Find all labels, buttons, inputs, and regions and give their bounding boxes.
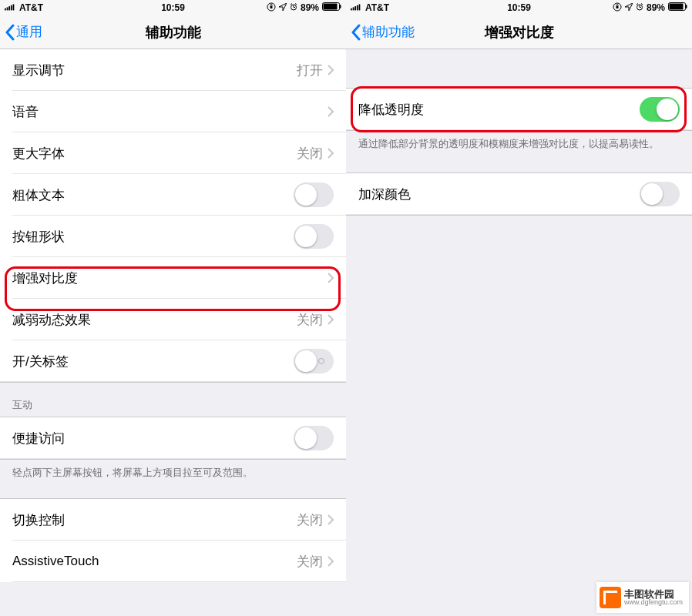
watermark-logo-icon (600, 587, 621, 608)
svg-rect-14 (340, 5, 341, 8)
svg-rect-15 (351, 8, 352, 11)
row-darken-colors[interactable]: 加深颜色 (346, 173, 692, 215)
nav-bar: 通用 辅助功能 (0, 15, 346, 49)
row-label: 语音 (12, 103, 328, 121)
watermark: 丰图软件园 www.dgfengtu.com (596, 582, 689, 613)
row-value: 关闭 (297, 553, 323, 571)
row-assistive-touch[interactable]: AssistiveTouch 关闭 (0, 541, 346, 582)
chevron-left-icon (351, 24, 361, 41)
row-switch-control[interactable]: 切换控制 关闭 (0, 499, 346, 541)
watermark-url: www.dgfengtu.com (624, 599, 683, 606)
svg-rect-17 (354, 6, 356, 10)
row-value: 关闭 (297, 311, 323, 329)
row-label: 更大字体 (12, 145, 297, 162)
back-label: 辅助功能 (362, 23, 415, 41)
toggle-reachability[interactable] (294, 426, 334, 450)
list-reduce-transparency: 降低透明度 (346, 88, 692, 131)
row-label: AssistiveTouch (12, 554, 297, 569)
section-header-interaction: 互动 (0, 383, 346, 417)
battery-percent: 89% (301, 2, 319, 13)
svg-rect-6 (270, 5, 272, 8)
chevron-left-icon (5, 24, 15, 41)
svg-rect-28 (670, 4, 684, 10)
battery-percent: 89% (647, 2, 665, 13)
row-button-shapes[interactable]: 按钮形状 (0, 216, 346, 257)
back-label: 通用 (16, 23, 42, 41)
nav-bar: 辅助功能 增强对比度 (346, 15, 692, 49)
row-voice[interactable]: 语音 (0, 91, 346, 132)
row-label: 降低透明度 (358, 101, 640, 119)
row-label: 减弱动态效果 (12, 311, 297, 329)
chevron-right-icon (328, 273, 334, 283)
list-section-2: 便捷访问 (0, 417, 346, 460)
svg-rect-1 (7, 7, 8, 10)
row-label: 便捷访问 (12, 430, 294, 447)
row-increase-contrast[interactable]: 增强对比度 (0, 257, 346, 299)
svg-rect-3 (11, 5, 12, 11)
row-label: 加深颜色 (358, 186, 640, 203)
row-onoff-labels[interactable]: 开/关标签 (0, 340, 346, 382)
back-button[interactable]: 辅助功能 (346, 23, 415, 41)
row-bold-text[interactable]: 粗体文本 (0, 174, 346, 216)
row-value: 关闭 (297, 511, 323, 529)
carrier-label: AT&T (19, 2, 43, 13)
row-label: 显示调节 (12, 62, 297, 79)
back-button[interactable]: 通用 (0, 23, 42, 41)
svg-rect-16 (353, 7, 354, 10)
chevron-right-icon (328, 556, 334, 567)
chevron-right-icon (328, 65, 334, 75)
toggle-button-shapes[interactable] (294, 224, 334, 249)
row-reduce-transparency[interactable]: 降低透明度 (346, 89, 692, 130)
row-value: 打开 (297, 62, 323, 79)
nav-title: 辅助功能 (0, 23, 346, 42)
list-section-3: 切换控制 关闭 AssistiveTouch 关闭 (0, 498, 346, 582)
phone-right: AT&T 10:59 89% 辅助功能 增强对比度 降低透明度 (346, 0, 692, 616)
toggle-onoff-labels[interactable] (294, 349, 334, 373)
footnote-reduce-transparency: 通过降低部分背景的透明度和模糊度来增强对比度，以提高易读性。 (346, 131, 692, 151)
carrier-label: AT&T (365, 2, 389, 13)
location-icon (625, 2, 633, 13)
lock-rotation-icon (267, 2, 276, 14)
toggle-darken-colors[interactable] (640, 182, 680, 206)
list-darken-colors: 加深颜色 (346, 172, 692, 216)
battery-icon (668, 2, 687, 13)
row-label: 粗体文本 (12, 186, 294, 204)
status-bar: AT&T 10:59 89% (346, 0, 692, 15)
row-reachability[interactable]: 便捷访问 (0, 417, 346, 459)
svg-rect-21 (616, 5, 618, 8)
location-icon (279, 2, 287, 13)
svg-line-26 (641, 4, 643, 5)
row-display[interactable]: 显示调节 打开 (0, 49, 346, 91)
row-value: 关闭 (297, 145, 323, 162)
toggle-reduce-transparency[interactable] (640, 97, 680, 122)
svg-rect-19 (359, 4, 361, 10)
alarm-icon (636, 2, 643, 13)
svg-line-11 (295, 4, 297, 5)
signal-icon (5, 2, 16, 13)
footnote-reachability: 轻点两下主屏幕按钮，将屏幕上方项目拉至可及范围。 (0, 460, 346, 480)
row-larger-text[interactable]: 更大字体 关闭 (0, 132, 346, 174)
row-reduce-motion[interactable]: 减弱动态效果 关闭 (0, 299, 346, 340)
row-label: 开/关标签 (12, 353, 294, 370)
alarm-icon (290, 2, 297, 13)
signal-icon (351, 2, 362, 13)
status-bar: AT&T 10:59 89% (0, 0, 346, 15)
row-label: 增强对比度 (12, 270, 328, 287)
row-label: 按钮形状 (12, 228, 294, 246)
row-label: 切换控制 (12, 511, 297, 529)
svg-rect-29 (686, 5, 687, 8)
svg-rect-13 (324, 4, 338, 10)
list-section-1: 显示调节 打开 语音 更大字体 关闭 粗体文本 按钮形状 (0, 49, 346, 383)
phone-left: AT&T 10:59 89% 通用 辅助功能 显示调节 打开 (0, 0, 346, 616)
chevron-right-icon (328, 314, 334, 325)
chevron-right-icon (328, 148, 334, 159)
battery-icon (322, 2, 341, 13)
toggle-bold-text[interactable] (294, 182, 334, 207)
chevron-right-icon (328, 514, 334, 525)
svg-rect-0 (5, 8, 6, 11)
lock-rotation-icon (613, 2, 622, 14)
svg-rect-2 (8, 6, 10, 10)
svg-rect-18 (357, 5, 358, 11)
svg-line-10 (291, 4, 292, 5)
chevron-right-icon (328, 106, 334, 117)
